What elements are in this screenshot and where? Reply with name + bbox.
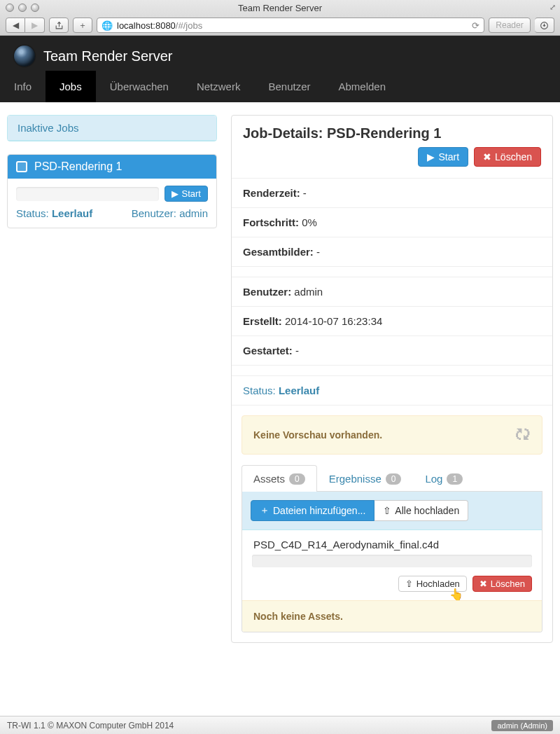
row-user: Benutzer: admin bbox=[232, 277, 552, 307]
main-nav: Info Jobs Überwachen Netzwerk Benutzer A… bbox=[0, 71, 560, 102]
file-name: PSD_C4D_R14_Aerodynamik_final.c4d bbox=[252, 539, 532, 550]
address-bar[interactable]: 🌐 localhost:8080/#/jobs ⟳ bbox=[97, 18, 484, 33]
job-card[interactable]: PSD-Rendering 1 ▶ Start Status: Leerlauf… bbox=[7, 154, 217, 228]
back-button[interactable]: ◀ bbox=[6, 18, 25, 33]
play-icon: ▶ bbox=[427, 151, 435, 162]
inactive-jobs-panel: Inaktive Jobs bbox=[7, 115, 217, 141]
app-header: Team Render Server Info Jobs Überwachen … bbox=[0, 36, 560, 102]
job-status: Status: Leerlauf bbox=[16, 207, 92, 219]
no-preview-alert: Keine Vorschau vorhanden. 🗘 bbox=[241, 415, 542, 455]
detail-tabs: Assets 0 Ergebnisse 0 Log 1 bbox=[241, 464, 542, 492]
row-render-time: Renderzeit: - bbox=[232, 179, 552, 208]
detail-start-button[interactable]: ▶ Start bbox=[418, 147, 468, 167]
row-created: Erstellt: 2014-10-07 16:23:34 bbox=[232, 307, 552, 336]
nav-logout[interactable]: Abmelden bbox=[325, 71, 400, 102]
file-upload-button[interactable]: ⇧ Hochladen 👆 bbox=[398, 576, 467, 592]
nav-network[interactable]: Netzwerk bbox=[183, 71, 255, 102]
detail-delete-button[interactable]: ✖ Löschen bbox=[474, 147, 541, 167]
assets-tab-panel: ＋ Dateien hinzufügen... ⇧ Alle hochladen… bbox=[241, 492, 542, 632]
window-title: Team Render Server bbox=[0, 3, 560, 13]
job-start-button[interactable]: ▶ Start bbox=[164, 186, 208, 202]
results-count-badge: 0 bbox=[386, 473, 402, 485]
log-count-badge: 1 bbox=[447, 473, 463, 485]
job-detail-panel: Job-Details: PSD-Rendering 1 ▶ Start ✖ L… bbox=[231, 115, 553, 643]
file-delete-button[interactable]: ✖ Löschen bbox=[472, 576, 532, 592]
job-user: Benutzer: admin bbox=[132, 207, 208, 219]
upload-all-button[interactable]: ⇧ Alle hochladen bbox=[374, 500, 468, 521]
nav-monitor[interactable]: Überwachen bbox=[96, 71, 183, 102]
tab-results[interactable]: Ergebnisse 0 bbox=[317, 465, 414, 492]
add-bookmark-button[interactable]: ＋ bbox=[73, 18, 92, 33]
forward-button[interactable]: ▶ bbox=[25, 18, 45, 33]
job-name: PSD-Rendering 1 bbox=[34, 160, 122, 173]
upload-icon: ⇧ bbox=[405, 579, 413, 589]
plus-icon: ＋ bbox=[260, 504, 270, 517]
no-assets-alert: Noch keine Assets. bbox=[242, 600, 542, 632]
file-progress-bar bbox=[252, 555, 532, 567]
share-button[interactable] bbox=[49, 18, 69, 33]
add-files-button[interactable]: ＋ Dateien hinzufügen... bbox=[251, 500, 374, 521]
downloads-button[interactable] bbox=[535, 18, 554, 33]
brand-title: Team Render Server bbox=[43, 48, 173, 64]
url-host: localhost:8080 bbox=[117, 20, 176, 31]
inactive-jobs-heading: Inaktive Jobs bbox=[8, 116, 216, 141]
url-path: /#/jobs bbox=[176, 20, 202, 31]
assets-count-badge: 0 bbox=[289, 473, 305, 485]
refresh-icon[interactable]: 🗘 bbox=[515, 426, 531, 444]
brand-logo-icon bbox=[14, 46, 35, 67]
row-started: Gestartet: - bbox=[232, 336, 552, 366]
nav-jobs[interactable]: Jobs bbox=[46, 71, 96, 102]
upload-icon: ⇧ bbox=[383, 505, 391, 516]
job-select-checkbox[interactable] bbox=[16, 161, 27, 172]
delete-icon: ✖ bbox=[479, 579, 487, 589]
reload-icon[interactable]: ⟳ bbox=[472, 20, 479, 31]
window-chrome: Team Render Server ⤢ ◀ ▶ ＋ 🌐 localhost:8… bbox=[0, 0, 560, 36]
row-progress: Fortschritt: 0% bbox=[232, 208, 552, 237]
tab-log[interactable]: Log 1 bbox=[413, 465, 475, 492]
row-total-images: Gesamtbilder: - bbox=[232, 237, 552, 267]
row-status: Status: Leerlauf bbox=[232, 376, 552, 406]
cursor-icon: 👆 bbox=[449, 588, 463, 601]
expand-icon[interactable]: ⤢ bbox=[550, 3, 556, 12]
reader-button[interactable]: Reader bbox=[489, 18, 531, 33]
delete-icon: ✖ bbox=[483, 151, 491, 162]
job-card-header[interactable]: PSD-Rendering 1 bbox=[8, 155, 216, 179]
pending-file: PSD_C4D_R14_Aerodynamik_final.c4d ⇧ Hoch… bbox=[242, 530, 542, 600]
detail-title: Job-Details: PSD-Rendering 1 bbox=[243, 125, 441, 141]
nav-info[interactable]: Info bbox=[0, 71, 46, 102]
tab-assets[interactable]: Assets 0 bbox=[241, 465, 317, 492]
nav-users[interactable]: Benutzer bbox=[254, 71, 324, 102]
job-progress-bar bbox=[16, 187, 159, 201]
play-icon: ▶ bbox=[172, 188, 178, 199]
